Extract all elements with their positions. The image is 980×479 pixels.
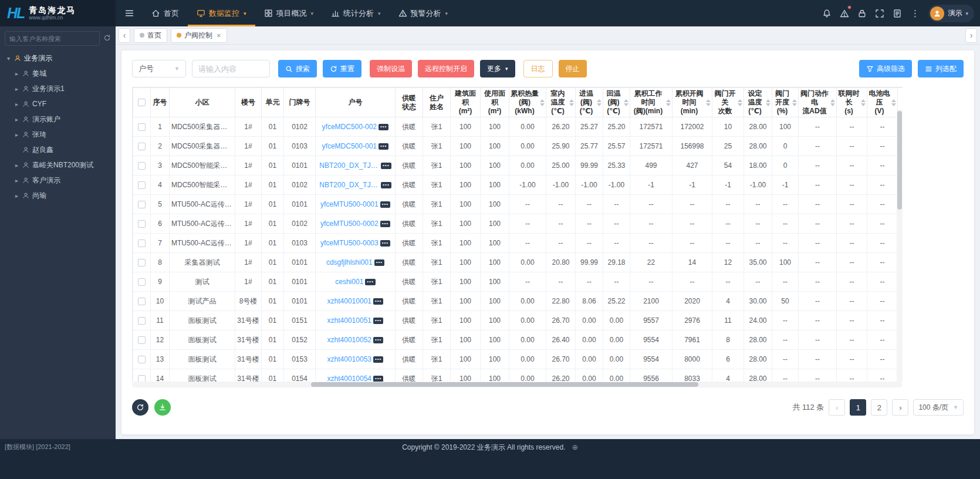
lock-icon[interactable] — [853, 0, 871, 26]
column-header[interactable]: 联网时长(s) — [837, 88, 867, 117]
row-actions-button[interactable]: ••• — [373, 318, 383, 324]
row-checkbox[interactable] — [138, 220, 146, 228]
row-actions-button[interactable]: ••• — [381, 182, 391, 188]
row-checkbox[interactable] — [138, 240, 146, 247]
row-checkbox[interactable] — [138, 123, 146, 131]
sort-icon[interactable] — [569, 99, 574, 106]
sort-icon[interactable] — [666, 99, 671, 106]
row-actions-button[interactable]: ••• — [373, 337, 383, 343]
account-link[interactable]: yfceMTU500-0001 — [320, 200, 379, 208]
nav-item-0[interactable]: 首页 — [143, 0, 188, 26]
log-button[interactable]: 日志 — [523, 60, 553, 77]
row-actions-button[interactable]: ••• — [380, 221, 390, 227]
reset-button[interactable]: 重置 — [323, 60, 361, 77]
pagination-prev-button[interactable]: ‹ — [829, 399, 845, 416]
row-actions-button[interactable]: ••• — [373, 298, 383, 305]
account-link[interactable]: NBT200_DX_TJF-CS1-10... — [319, 181, 379, 189]
page-size-select[interactable]: 100 条/页 ▼ — [913, 399, 964, 416]
column-header[interactable]: 累积热量(阀)(kWh) — [509, 88, 546, 117]
tabs-scroll-left-icon[interactable]: ‹ — [119, 28, 130, 43]
export-download-button[interactable] — [154, 399, 171, 416]
stop-button[interactable]: 停止 — [559, 60, 587, 77]
row-checkbox[interactable] — [138, 375, 146, 382]
row-actions-button[interactable]: ••• — [374, 259, 384, 266]
sidebar-item-2[interactable]: ▸CYF — [0, 96, 116, 112]
select-all-checkbox[interactable] — [138, 99, 146, 106]
search-input[interactable] — [192, 60, 270, 77]
refresh-icon[interactable] — [103, 33, 111, 44]
tab-1[interactable]: 户阀控制× — [171, 28, 227, 43]
tab-close-icon[interactable]: × — [217, 31, 221, 40]
account-link[interactable]: cdsgfjlhlshi001 — [326, 258, 373, 267]
account-link[interactable]: yfceMTU500-0003 — [320, 239, 379, 247]
sort-icon[interactable] — [830, 99, 835, 106]
sidebar-item-5[interactable]: 赵良鑫 — [0, 142, 116, 157]
search-button[interactable]: 搜索 — [278, 60, 317, 77]
sort-icon[interactable] — [792, 99, 797, 106]
nav-item-3[interactable]: 统计分析▾ — [322, 0, 390, 26]
account-link[interactable]: yfceMDC500-001 — [322, 142, 377, 150]
app-logo[interactable]: HL 青岛海龙马 www.qdhlm.cn — [0, 0, 116, 26]
pagination-page-2[interactable]: 2 — [871, 399, 887, 416]
bell-icon[interactable] — [818, 0, 836, 26]
row-actions-button[interactable]: ••• — [380, 201, 390, 208]
horizontal-scrollbar-thumb[interactable] — [311, 382, 698, 387]
more-dropdown-button[interactable]: 更多 ▾ — [480, 60, 515, 77]
column-header[interactable]: 阀门动作电流AD值 — [799, 88, 837, 117]
row-actions-button[interactable]: ••• — [373, 356, 383, 363]
sort-icon[interactable] — [597, 99, 601, 106]
row-checkbox[interactable] — [138, 162, 146, 170]
sidebar-item-8[interactable]: ▸尚瑜 — [0, 188, 116, 203]
row-checkbox[interactable] — [138, 143, 146, 150]
menu-toggle-button[interactable] — [116, 0, 143, 26]
account-link[interactable]: ceshi001 — [335, 278, 363, 286]
column-header[interactable]: 室内温度(℃) — [546, 88, 576, 117]
nav-item-4[interactable]: 预警分析▾ — [390, 0, 457, 26]
account-link[interactable]: xzht40010053 — [327, 355, 371, 363]
column-header[interactable]: 进温(阀)(℃) — [576, 88, 603, 117]
sidebar-item-1[interactable]: ▸业务演示1 — [0, 81, 116, 96]
sidebar-item-7[interactable]: ▸客户演示 — [0, 173, 116, 188]
column-config-button[interactable]: 列选配 — [918, 60, 964, 77]
column-header[interactable]: 电池电压(V) — [867, 88, 898, 117]
account-link[interactable]: NBT200_DX_TJF-CS1-10... — [319, 161, 379, 170]
row-checkbox[interactable] — [138, 201, 146, 208]
account-link[interactable]: xzht40010054 — [327, 375, 371, 382]
pagination-next-button[interactable]: › — [892, 399, 908, 416]
vertical-scrollbar[interactable] — [897, 110, 903, 382]
column-header[interactable]: 回温(阀)(℃) — [603, 88, 630, 117]
row-checkbox[interactable] — [138, 356, 146, 363]
row-actions-button[interactable]: ••• — [380, 240, 390, 247]
row-checkbox[interactable] — [138, 278, 146, 286]
account-link[interactable]: xzht40010051 — [327, 316, 371, 325]
select-all-header[interactable] — [133, 88, 151, 117]
row-actions-button[interactable]: ••• — [379, 124, 388, 130]
tabs-scroll-right-icon[interactable]: › — [965, 28, 977, 43]
sidebar-item-3[interactable]: ▸演示账户 — [0, 112, 116, 127]
account-link[interactable]: xzht40010052 — [327, 336, 371, 344]
sort-icon[interactable] — [738, 99, 742, 106]
row-checkbox[interactable] — [138, 317, 146, 325]
tree-root-node[interactable]: ▾ 业务演示 — [0, 50, 116, 66]
row-checkbox[interactable] — [138, 259, 146, 267]
pagination-page-1[interactable]: 1 — [850, 399, 866, 416]
sort-icon[interactable] — [540, 99, 545, 106]
row-actions-button[interactable]: ••• — [365, 279, 375, 285]
advanced-filter-button[interactable]: 高级筛选 — [859, 60, 912, 77]
alert-icon[interactable] — [836, 0, 853, 26]
sort-icon[interactable] — [706, 99, 711, 106]
row-checkbox[interactable] — [138, 181, 146, 189]
column-header[interactable]: 阀门开关次数 — [712, 88, 744, 117]
sort-icon[interactable] — [861, 99, 866, 106]
sort-icon[interactable] — [891, 99, 896, 106]
fullscreen-icon[interactable] — [871, 0, 888, 26]
document-icon[interactable] — [888, 0, 906, 26]
column-header[interactable]: 设定温度(℃) — [744, 88, 772, 117]
row-checkbox[interactable] — [138, 298, 146, 305]
row-actions-button[interactable]: ••• — [379, 143, 388, 150]
column-header[interactable]: 累积开阀时间(min) — [673, 88, 712, 117]
sidebar-item-6[interactable]: ▸嘉峪关NBT200测试 — [0, 157, 116, 173]
row-actions-button[interactable]: ••• — [373, 376, 383, 382]
account-link[interactable]: yfceMTU500-0002 — [320, 220, 379, 228]
sort-icon[interactable] — [624, 99, 628, 106]
